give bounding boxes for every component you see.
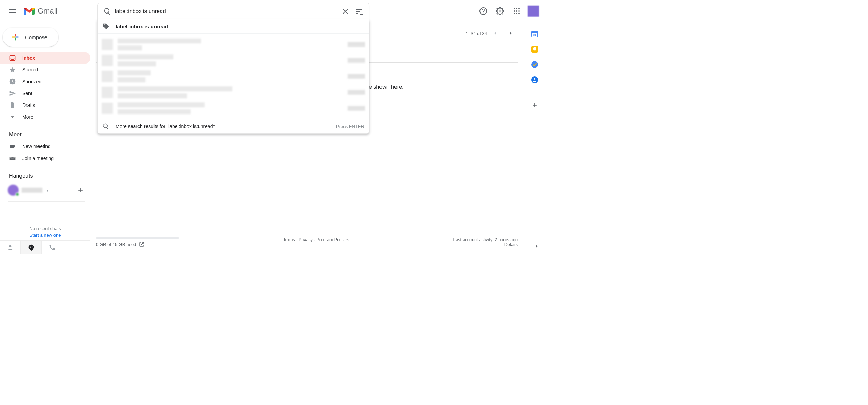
phone-tab[interactable] bbox=[42, 241, 62, 254]
gmail-logo[interactable]: Gmail bbox=[24, 7, 57, 16]
search-result-row[interactable] bbox=[98, 100, 369, 116]
calendar-icon: 31 bbox=[531, 31, 538, 37]
blurred-username bbox=[22, 188, 42, 193]
join-meeting-label: Join a meeting bbox=[22, 155, 54, 161]
newer-button[interactable] bbox=[489, 26, 502, 40]
search-more-results[interactable]: More search results for "label:inbox is:… bbox=[98, 119, 369, 133]
search-input[interactable] bbox=[114, 8, 339, 15]
blurred-text bbox=[118, 54, 173, 59]
open-in-new-icon[interactable] bbox=[139, 242, 144, 247]
policies-link[interactable]: Program Policies bbox=[316, 237, 349, 242]
main-menu-button[interactable] bbox=[4, 3, 21, 19]
search-button[interactable] bbox=[100, 5, 114, 18]
svg-rect-19 bbox=[11, 159, 14, 159]
sidebar-item-sent[interactable]: Sent bbox=[0, 87, 90, 99]
video-icon bbox=[9, 143, 16, 150]
chevron-right-icon bbox=[533, 243, 540, 250]
blurred-avatar bbox=[102, 55, 113, 66]
clear-search-button[interactable] bbox=[339, 5, 352, 18]
sidebar-item-label: Drafts bbox=[22, 102, 35, 108]
blurred-text bbox=[118, 39, 201, 43]
sidebar-item-starred[interactable]: Starred bbox=[0, 64, 90, 76]
blurred-text bbox=[118, 45, 142, 50]
sidebar-item-inbox[interactable]: Inbox bbox=[0, 52, 90, 64]
settings-button[interactable] bbox=[493, 4, 507, 18]
new-chat-button[interactable] bbox=[76, 185, 85, 195]
search-result-previews bbox=[98, 34, 369, 119]
privacy-link[interactable]: Privacy bbox=[299, 237, 313, 242]
search-result-row[interactable] bbox=[98, 52, 369, 68]
search-result-row[interactable] bbox=[98, 68, 369, 84]
gmail-logo-text: Gmail bbox=[37, 7, 57, 16]
apps-grid-icon bbox=[512, 7, 521, 15]
search-top-suggestion[interactable]: label:inbox is:unread bbox=[98, 19, 369, 34]
contacts-tab[interactable] bbox=[0, 241, 21, 254]
search-result-row[interactable] bbox=[98, 84, 369, 100]
collapse-panel-button[interactable] bbox=[533, 243, 540, 250]
blurred-date bbox=[348, 42, 365, 47]
menu-icon bbox=[8, 7, 17, 15]
blurred-avatar bbox=[102, 39, 113, 50]
search-options-button[interactable] bbox=[352, 5, 366, 18]
storage-info: 0 GB of 15 GB used bbox=[96, 237, 179, 247]
search-result-row[interactable] bbox=[98, 36, 369, 52]
blurred-text bbox=[118, 102, 205, 107]
svg-rect-18 bbox=[14, 158, 15, 158]
svg-point-3 bbox=[514, 8, 515, 9]
svg-point-10 bbox=[516, 13, 517, 14]
blurred-text bbox=[118, 93, 187, 98]
tasks-app-icon[interactable] bbox=[531, 61, 538, 68]
hangouts-tab[interactable] bbox=[21, 241, 42, 254]
compose-plus-icon bbox=[10, 32, 20, 42]
sidebar-item-more[interactable]: More bbox=[0, 111, 90, 123]
details-link[interactable]: Details bbox=[504, 242, 518, 247]
svg-point-5 bbox=[518, 8, 520, 9]
gmail-logo-icon bbox=[24, 7, 35, 15]
close-icon bbox=[341, 7, 350, 16]
older-button[interactable] bbox=[504, 26, 518, 40]
start-new-chat-link[interactable]: Start a new one bbox=[0, 233, 90, 238]
sidebar-item-label: Sent bbox=[22, 91, 32, 96]
new-meeting-button[interactable]: New meeting bbox=[0, 141, 90, 152]
calendar-app-icon[interactable]: 31 bbox=[531, 31, 538, 37]
blurred-avatar bbox=[102, 103, 113, 114]
sidebar-item-drafts[interactable]: Drafts bbox=[0, 99, 90, 111]
search-suggestions-dropdown: label:inbox is:unread bbox=[97, 19, 369, 134]
footer-links: Terms · Privacy · Program Policies bbox=[283, 237, 349, 247]
sidebar-item-label: More bbox=[22, 114, 33, 120]
star-icon bbox=[9, 66, 16, 73]
storage-text: 0 GB of 15 GB used bbox=[96, 242, 136, 247]
hangouts-user[interactable]: ▾ bbox=[8, 185, 48, 196]
join-meeting-button[interactable]: Join a meeting bbox=[0, 152, 90, 164]
no-recent-chats: No recent chats bbox=[0, 226, 90, 231]
sidebar-item-snoozed[interactable]: Snoozed bbox=[0, 76, 90, 87]
keep-icon bbox=[532, 47, 537, 52]
chevron-right-icon bbox=[507, 30, 514, 37]
svg-rect-17 bbox=[13, 158, 14, 158]
support-button[interactable] bbox=[476, 4, 490, 18]
account-activity-text: Last account activity: 2 hours ago bbox=[453, 237, 518, 242]
page-range: 1–34 of 34 bbox=[466, 31, 487, 36]
account-avatar[interactable] bbox=[528, 6, 539, 17]
contacts-app-icon[interactable] bbox=[531, 76, 538, 83]
new-meeting-label: New meeting bbox=[22, 144, 51, 149]
footer: 0 GB of 15 GB used Terms · Privacy · Pro… bbox=[96, 233, 518, 254]
side-panel: 31 bbox=[525, 22, 544, 254]
blurred-text bbox=[118, 70, 151, 75]
svg-point-11 bbox=[518, 13, 520, 14]
keep-app-icon[interactable] bbox=[531, 46, 538, 53]
add-app-button[interactable] bbox=[531, 102, 538, 109]
svg-point-4 bbox=[516, 8, 517, 9]
chat-footer-tabs bbox=[0, 240, 90, 254]
terms-link[interactable]: Terms bbox=[283, 237, 295, 242]
svg-point-9 bbox=[514, 13, 515, 14]
phone-icon bbox=[49, 244, 56, 251]
svg-rect-15 bbox=[10, 158, 11, 158]
chevron-left-icon bbox=[492, 30, 499, 37]
meet-heading: Meet bbox=[0, 126, 90, 141]
search-bar bbox=[97, 3, 369, 19]
help-icon bbox=[479, 7, 487, 15]
apps-button[interactable] bbox=[510, 4, 524, 18]
compose-button[interactable]: Compose bbox=[3, 28, 58, 47]
search-container: label:inbox is:unread bbox=[97, 3, 369, 19]
